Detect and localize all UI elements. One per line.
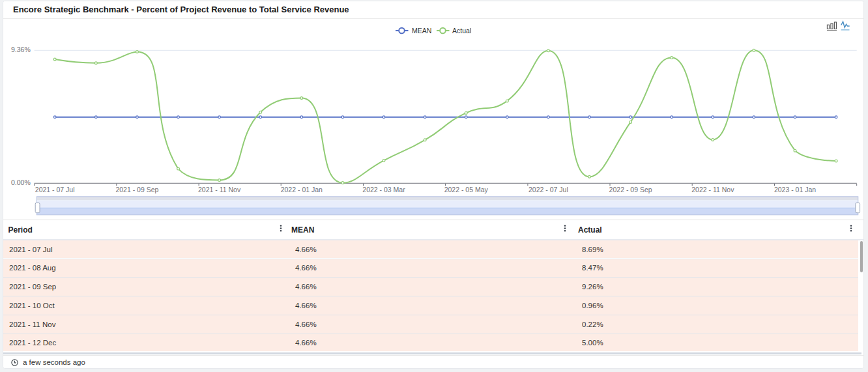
svg-text:Actual: Actual	[452, 27, 471, 35]
svg-text:2021 - 11 Nov: 2021 - 11 Nov	[198, 186, 241, 193]
svg-text:2021 - 09 Sep: 2021 - 09 Sep	[115, 186, 158, 193]
svg-text:2023 - 01 Jan: 2023 - 01 Jan	[774, 186, 816, 193]
svg-text:2022 - 07 Jul: 2022 - 07 Jul	[528, 186, 568, 193]
svg-text:0.00%: 0.00%	[11, 179, 31, 186]
svg-text:MEAN: MEAN	[412, 27, 431, 35]
svg-text:9.36%: 9.36%	[11, 46, 31, 53]
svg-text:2021 - 07 Jul: 2021 - 07 Jul	[35, 186, 75, 193]
svg-text:2022 - 03 Mar: 2022 - 03 Mar	[362, 186, 405, 193]
svg-text:2022 - 01 Jan: 2022 - 01 Jan	[281, 186, 323, 193]
svg-text:2022 - 09 Sep: 2022 - 09 Sep	[609, 186, 652, 193]
svg-text:2022 - 05 May: 2022 - 05 May	[444, 186, 489, 193]
svg-text:2022 - 11 Nov: 2022 - 11 Nov	[691, 186, 734, 193]
